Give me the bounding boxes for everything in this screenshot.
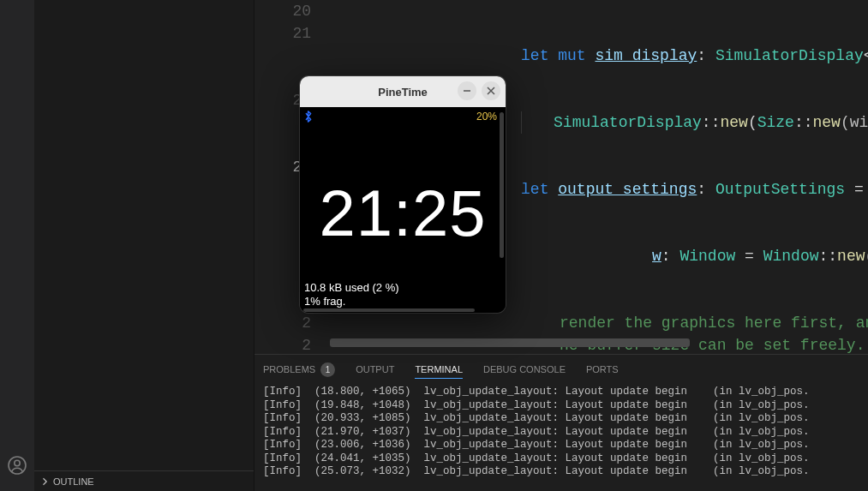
simulator-horizontal-scrollbar[interactable] [303,308,475,312]
bottom-panel: PROBLEMS 1 OUTPUT TERMINAL DEBUG CONSOLE… [254,354,868,491]
panel-tabs: PROBLEMS 1 OUTPUT TERMINAL DEBUG CONSOLE… [254,355,868,384]
svg-point-1 [15,460,20,465]
line-number: 2 [254,334,330,354]
line-number: 20 [254,0,330,22]
simulator-window[interactable]: PineTime 20% 21:25 10.8 kB used (2 %) 1%… [300,76,506,313]
simulator-display: 20% 21:25 10.8 kB used (2 %) 1% frag. [300,107,506,313]
clock-display: 21:25 [300,176,506,250]
window-close-button[interactable] [482,81,500,100]
simulator-titlebar[interactable]: PineTime [300,76,506,107]
tab-ports[interactable]: PORTS [586,361,619,378]
side-bar: OUTLINE [34,0,254,491]
editor-horizontal-scrollbar[interactable] [330,338,690,347]
battery-percent: 20% [476,111,497,123]
tab-terminal[interactable]: TERMINAL [415,361,463,379]
app-root: OUTLINE 20 21 let mut sim_display: Simul… [0,0,868,491]
tab-problems-label: PROBLEMS [263,364,315,374]
bluetooth-icon [303,111,314,126]
outline-section-header[interactable]: OUTLINE [34,470,254,491]
window-minimize-button[interactable] [458,81,476,100]
account-icon[interactable] [7,455,27,476]
simulator-vertical-scrollbar[interactable] [500,112,504,258]
memory-fragmentation-line: 1% frag. [304,295,345,308]
problems-badge: 1 [320,362,335,377]
code-line: render the graphics here first, and [330,312,868,334]
chevron-right-icon [39,476,50,487]
terminal-output[interactable]: [Info] (18.800, +1065) lv_obj_update_lay… [254,384,868,491]
tab-problems[interactable]: PROBLEMS 1 [263,359,335,380]
line-number: 2 [254,312,330,334]
outline-label: OUTLINE [53,476,94,487]
activity-bar [0,0,34,491]
memory-usage-line: 10.8 kB used (2 %) [304,281,399,294]
tab-debug-console[interactable]: DEBUG CONSOLE [483,361,566,378]
tab-output[interactable]: OUTPUT [356,361,394,378]
